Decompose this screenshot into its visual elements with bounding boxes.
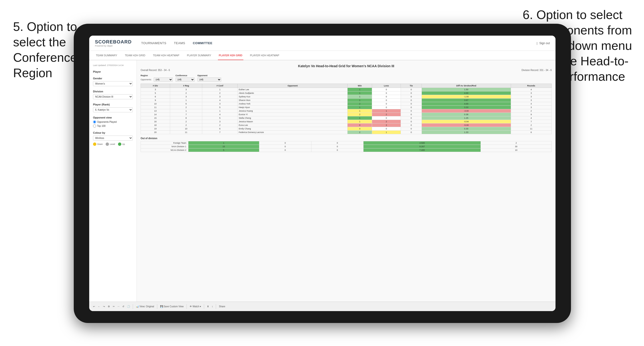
cell-opponent: Andrea York [238,102,348,106]
cell-loss: 2 [372,120,401,124]
toolbar-save-custom[interactable]: 💾 Save Custom View [160,305,184,308]
radio-opponents-played[interactable]: Opponents Played [93,120,133,124]
nav-committee[interactable]: COMMITTEE [193,40,212,46]
conference-select[interactable]: (All) [176,77,194,82]
colour-dot-down [93,143,96,146]
cell-rounds: 7 [511,120,552,124]
subnav-team-h2h-grid[interactable]: TEAM H2H GRID [124,51,146,60]
nav-teams[interactable]: TEAMS [174,40,185,46]
cell-tie: 0 [401,109,422,113]
toolbar-clock[interactable]: 🕐 [127,305,130,308]
cell-rounds: 3 [511,91,552,95]
toolbar-undo[interactable]: ↩ [93,305,95,308]
table-row: 3 3 1 Esther Lee 1 0 0 1.50 4 [141,88,552,91]
radio-top100[interactable]: Top 100 [93,124,133,128]
cell-loss: 0 [372,127,401,131]
out-div-row: Foreign Team 1 0 0 4.500 2 [141,141,552,145]
cell-rounds: 4 [511,88,552,91]
subnav-team-summary[interactable]: TEAM SUMMARY [95,51,118,60]
cell-div: 16 [141,120,170,124]
cell-diff: 1.25 [422,116,511,120]
cell-rounds: 11 [511,127,552,131]
cell-div: 3 [141,88,170,91]
cell-opponent: Emily Chang [238,127,348,131]
colour-by-select[interactable]: Win/loss [93,136,133,141]
sign-out-area: | Sign out [537,41,550,45]
cell-win: 1 [348,109,372,113]
cell-div: 14 [141,113,170,116]
cell-loss: 0 [372,95,401,99]
cell-div: 5 [141,91,170,95]
out-div-name: Foreign Team [141,141,188,145]
table-row: 13 1 1 Jessica Huang 1 1 0 -3.00 2 [141,109,552,113]
colour-label-down: Down [97,143,103,145]
out-div-loss: 0 [259,145,311,149]
toolbar-swap[interactable]: ↕ [212,305,213,308]
toolbar-share[interactable]: Share [219,305,225,308]
cell-tie: 0 [401,91,422,95]
subnav-player-h2h-grid[interactable]: PLAYER H2H GRID [218,51,243,60]
conference-filter-inner: (All) [176,77,194,82]
cell-reg: 1 [170,99,202,102]
tablet-frame: SCOREBOARD Powered by clippd TOURNAMENTS… [74,24,571,323]
division-select[interactable]: NCAA Division III [93,94,133,99]
cell-diff: 3.67 [422,99,511,102]
opponent-select[interactable]: (All) [198,77,221,82]
cell-loss: 0 [372,88,401,91]
table-row: 15 8 5 Stella Cheng 1 0 0 1.25 4 [141,116,552,120]
cell-win: 2 [348,102,372,106]
out-div-name: NCAA Division 2 [141,149,188,152]
cell-opponent: Federica Domecq Lacroze [238,131,348,134]
colour-by-label: Colour by [93,131,133,134]
sign-out-button[interactable]: Sign out [539,41,550,45]
cell-win: 1 [348,91,372,95]
subnav-player-summary[interactable]: PLAYER SUMMARY [186,51,212,60]
region-select[interactable]: (All) [154,77,173,82]
toolbar-cut[interactable]: ✂ [113,305,115,308]
gender-select[interactable]: Women's [93,81,133,86]
toolbar-settings[interactable]: ⚙ [108,305,110,308]
colour-label-level: Level [110,143,115,145]
cell-diff: 4.00 [422,91,511,95]
sidebar: Last Updated: 27/03/2024 14:34 Player Ge… [89,60,137,302]
nav-tournaments[interactable]: TOURNAMENTS [141,40,166,46]
top-nav: SCOREBOARD Powered by clippd TOURNAMENTS… [89,36,556,51]
out-div-rounds: 10 [481,149,552,152]
player-section: Player [93,70,133,73]
main-content: Last Updated: 27/03/2024 14:34 Player Ge… [89,60,556,302]
player-rank-section: Player (Rank) 6. Katelyn Vo [93,103,133,112]
player-rank-label: Player (Rank) [93,103,133,106]
th-opponent: Opponent [238,84,348,88]
cell-conf: 3 [202,95,238,99]
subnav-team-h2h-heatmap[interactable]: TEAM H2H HEATMAP [152,51,180,60]
subnav-player-h2h-heatmap[interactable]: PLAYER H2H HEATMAP [249,51,280,60]
division-section: Division NCAA Division III [93,90,133,99]
toolbar-redo[interactable]: ↪ [103,305,105,308]
th-reg: # Reg [170,84,202,88]
cell-opponent: Sydney Kuo [238,95,348,99]
toolbar-watch[interactable]: 👁 Watch ▾ [190,305,201,308]
region-filter-inner: Opponents: (All) [140,77,173,82]
sub-nav: TEAM SUMMARY TEAM H2H GRID TEAM H2H HEAT… [89,51,556,60]
player-rank-select[interactable]: 6. Katelyn Vo [93,107,133,112]
toolbar-refresh[interactable]: ↺ [122,305,124,308]
cell-opponent: Sharon Mun [238,99,348,102]
cell-rounds: 3 [511,106,552,109]
cell-reg: 1 [170,109,202,113]
cell-reg: 6 [170,102,202,106]
th-tie: Tie [401,84,422,88]
out-div-tie: 0 [311,145,363,149]
toolbar-upload[interactable]: ⬆ [207,305,209,308]
cell-opponent: Esther Lee [238,88,348,91]
opponent-radio-group: Opponents Played Top 100 [93,120,133,128]
th-rounds: Rounds [511,84,552,88]
cell-win: 2 [348,131,372,134]
cell-opponent: Stella Cheng [238,116,348,120]
toolbar-more[interactable]: ··· [118,305,120,308]
toolbar-view-original[interactable]: 📊 View: Original [136,305,154,308]
toolbar-back[interactable]: ← [98,305,100,308]
colour-by-section: Colour by Win/loss Down Level [93,131,133,146]
table-row: 9 1 4 Sharon Mun 1 0 0 3.67 3 [141,99,552,102]
cell-div: 13 [141,109,170,113]
th-diff: Diff Av Strokes/Rnd [422,84,511,88]
